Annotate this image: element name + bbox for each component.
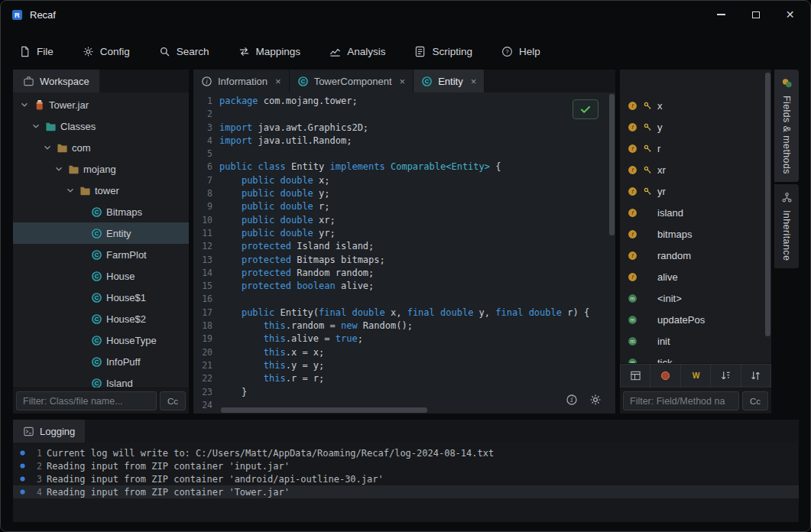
code-line: public double y; xyxy=(219,187,615,200)
member-updatepos[interactable]: mupdatePos xyxy=(620,309,771,330)
menu-analysis[interactable]: Analysis xyxy=(329,46,385,57)
chevron-spacer xyxy=(76,228,87,238)
workspace-tab-label: Workspace xyxy=(40,76,89,87)
line-number: 24 xyxy=(193,399,219,412)
editor-tab-entity[interactable]: CEntity× xyxy=(414,70,485,92)
code-line: public Entity(final double x, final doub… xyxy=(219,307,615,320)
members-case-toggle[interactable]: Cc xyxy=(742,391,768,410)
tree-item-tower-jar[interactable]: Tower.jar xyxy=(13,94,189,115)
class-icon: C xyxy=(297,76,309,87)
menu-mappings[interactable]: Mappings xyxy=(238,46,301,57)
side-tab-fields-methods[interactable]: Fields & methods xyxy=(774,70,799,182)
tab-close-icon[interactable]: × xyxy=(275,76,281,87)
member-yr[interactable]: fyr xyxy=(620,180,771,202)
menu-scripting[interactable]: Scripting xyxy=(414,46,472,57)
member-name: island xyxy=(657,207,683,219)
member-init[interactable]: m<init> xyxy=(620,287,771,309)
tree-item-classes[interactable]: Classes xyxy=(13,115,189,137)
code-view: package com.mojang.tower; import java.aw… xyxy=(219,92,615,414)
decompile-success-button[interactable] xyxy=(573,99,599,119)
code-editor[interactable]: 123456789101112131415161718192021222324 … xyxy=(193,92,615,414)
scrollbar-thumb[interactable] xyxy=(765,73,770,336)
inheritance-icon xyxy=(781,192,793,203)
minimize-button[interactable] xyxy=(704,1,738,28)
close-button[interactable]: ✕ xyxy=(773,1,807,28)
tree-item-infopuff[interactable]: CInfoPuff xyxy=(13,351,189,372)
member-xr[interactable]: fxr xyxy=(620,159,771,180)
maximize-button[interactable] xyxy=(738,1,773,28)
code-line: package com.mojang.tower; xyxy=(219,95,615,108)
tree-item-house[interactable]: CHouse xyxy=(13,265,189,287)
scrollbar-thumb[interactable] xyxy=(609,94,615,235)
tree-item-farmplot[interactable]: CFarmPlot xyxy=(13,244,189,265)
log-line-text: Reading input from ZIP container 'input.… xyxy=(47,461,290,472)
code-line: public double x; xyxy=(219,174,615,187)
chevron-down-icon[interactable] xyxy=(31,121,41,131)
chevron-down-icon[interactable] xyxy=(19,99,30,110)
member-island[interactable]: fisland xyxy=(620,202,771,223)
menu-help[interactable]: ?Help xyxy=(501,46,540,57)
svg-text:C: C xyxy=(95,294,99,301)
member-random[interactable]: frandom xyxy=(620,245,771,266)
gear-icon xyxy=(83,46,94,57)
menu-config[interactable]: Config xyxy=(83,46,130,57)
method-icon: m xyxy=(627,314,638,326)
tree-item-house-2[interactable]: CHouse$2 xyxy=(13,308,189,329)
visibility-button[interactable] xyxy=(650,364,680,388)
member-y[interactable]: fy xyxy=(620,116,771,138)
side-tab-inheritance[interactable]: Inheritance xyxy=(774,184,799,268)
member-tick[interactable]: mtick xyxy=(620,352,771,363)
member-table-button[interactable] xyxy=(620,364,650,388)
tab-logging[interactable]: Logging xyxy=(13,420,85,443)
method-icon: m xyxy=(627,357,638,364)
sort-alpha-button[interactable] xyxy=(711,364,741,388)
code-line: this.alive = true; xyxy=(219,332,615,345)
member-x[interactable]: fx xyxy=(620,95,771,116)
editor-info-icon[interactable]: i xyxy=(566,394,578,406)
workspace-filter-input[interactable] xyxy=(16,391,157,410)
tree-item-bitmaps[interactable]: CBitmaps xyxy=(13,201,189,222)
code-line: } xyxy=(219,386,615,399)
tree-item-com[interactable]: com xyxy=(13,137,189,158)
member-alive[interactable]: falive xyxy=(620,266,771,287)
class-icon: C xyxy=(91,313,102,325)
tree-item-tower[interactable]: tower xyxy=(13,180,189,201)
sort-visibility-icon xyxy=(750,370,761,381)
chevron-down-icon[interactable] xyxy=(54,164,64,174)
chevron-down-icon[interactable] xyxy=(65,185,76,196)
editor-vertical-scrollbar[interactable] xyxy=(609,94,615,406)
members-vertical-scrollbar[interactable] xyxy=(765,73,770,357)
tab-close-icon[interactable]: × xyxy=(400,76,406,87)
tree-item-island[interactable]: CIsland xyxy=(13,372,189,388)
tab-workspace[interactable]: Workspace xyxy=(13,70,99,92)
editor-tab-towercomponent[interactable]: CTowerComponent× xyxy=(290,70,414,92)
workspace-panel: Workspace Tower.jarClassescommojangtower… xyxy=(13,70,189,414)
menu-file[interactable]: File xyxy=(19,46,54,57)
members-list: fxfyfrfxrfyrfislandfbitmapsfrandomfalive… xyxy=(620,70,771,363)
editor-horizontal-scrollbar[interactable] xyxy=(221,407,606,413)
tree-item-house-1[interactable]: CHouse$1 xyxy=(13,287,189,308)
member-init[interactable]: minit xyxy=(620,330,771,352)
tree-item-housetype[interactable]: CHouseType xyxy=(13,329,189,351)
scrollbar-thumb[interactable] xyxy=(221,407,427,413)
chevron-down-icon[interactable] xyxy=(42,142,53,153)
side-tab-label: Inheritance xyxy=(781,210,792,261)
editor-config-icon[interactable] xyxy=(589,394,602,406)
tab-close-icon[interactable]: × xyxy=(471,76,477,87)
sort-visibility-button[interactable] xyxy=(741,364,771,388)
member-bitmaps[interactable]: fbitmaps xyxy=(620,223,771,245)
line-number: 6 xyxy=(193,161,219,174)
workspace-case-toggle[interactable]: Cc xyxy=(160,391,186,410)
line-number: 23 xyxy=(193,386,219,399)
field-icon: f xyxy=(627,229,638,240)
keywords-button[interactable]: W xyxy=(681,364,711,388)
editor-tab-information[interactable]: iInformation× xyxy=(193,70,290,92)
tree-item-mojang[interactable]: mojang xyxy=(13,158,189,180)
member-r[interactable]: fr xyxy=(620,138,771,159)
keyword-icon: W xyxy=(690,370,702,381)
members-filter-input[interactable] xyxy=(623,391,739,410)
tree-item-entity[interactable]: CEntity xyxy=(13,222,189,244)
menu-search[interactable]: Search xyxy=(159,46,209,57)
svg-text:?: ? xyxy=(505,48,509,55)
bottom-splitter[interactable] xyxy=(13,414,799,420)
